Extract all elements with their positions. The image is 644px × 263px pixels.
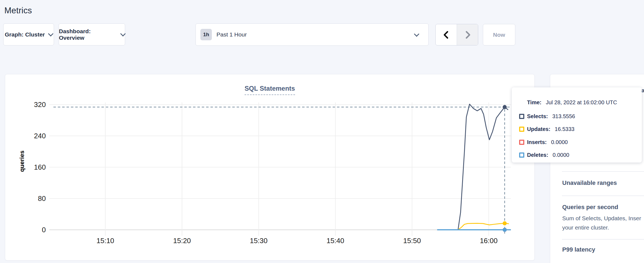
chart-hover-tooltip: Time: Jul 28, 2022 at 16:02:00 UTC Selec… [512,87,642,163]
page-title: Metrics [4,6,32,16]
sql-statements-card: SQL Statements [5,74,535,261]
tooltip-time-label: Time: [527,99,541,106]
tooltip-row-inserts: Inserts: 0.0000 [519,139,568,145]
sidebar-item-p99-latency[interactable]: P99 latency [562,246,644,253]
tooltip-updates-value: 16.5333 [555,126,574,132]
updates-swatch-icon [519,127,524,132]
now-button-label: Now [493,32,505,38]
chart-title[interactable]: SQL Statements [245,85,295,95]
chevron-down-icon [48,31,53,36]
tooltip-selects-value: 313.5556 [552,113,575,120]
graph-dropdown[interactable]: Graph: Cluster [3,23,54,45]
tooltip-selects-label: Selects: [527,113,548,120]
tooltip-deletes-label: Deletes: [527,152,548,158]
time-back-button[interactable] [436,24,457,45]
time-range-badge: 1h [200,29,212,40]
deletes-swatch-icon [519,152,524,158]
divider [562,195,644,196]
divider [562,239,644,240]
tooltip-inserts-value: 0.0000 [551,139,568,145]
queries-per-second-description-line2: your entire cluster. [562,223,644,232]
chevron-right-icon [463,30,472,40]
chevron-down-icon [414,31,419,37]
tooltip-time-row: Time: Jul 28, 2022 at 16:02:00 UTC [527,99,617,106]
divider [562,171,644,172]
tooltip-time-value: Jul 28, 2022 at 16:02:00 UTC [546,99,617,106]
chevron-down-icon [120,31,126,36]
time-range-dropdown[interactable]: 1h Past 1 Hour [195,23,429,46]
queries-per-second-description-line1: Sum of Selects, Updates, Inser [562,214,644,223]
tooltip-deletes-value: 0.0000 [553,152,569,158]
inserts-swatch-icon [519,140,524,145]
tooltip-inserts-label: Inserts: [527,139,547,145]
time-pager [435,24,478,45]
chart-title-wrap: SQL Statements [5,85,534,95]
tooltip-updates-label: Updates: [527,126,550,132]
graph-dropdown-label: Graph: Cluster [5,31,45,38]
dashboard-dropdown-label: Dashboard: Overview [59,28,117,41]
chevron-left-icon [442,30,451,40]
tooltip-row-deletes: Deletes: 0.0000 [519,152,569,158]
sidebar-item-unavailable-ranges[interactable]: Unavailable ranges [562,179,644,186]
selects-swatch-icon [519,114,524,119]
tooltip-row-updates: Updates: 16.5333 [519,126,574,132]
time-forward-button[interactable] [457,24,478,45]
tooltip-row-selects: Selects: 313.5556 [519,113,575,120]
sidebar-item-queries-per-second[interactable]: Queries per second [562,204,644,211]
time-range-label: Past 1 Hour [216,31,247,38]
now-button[interactable]: Now [483,24,515,45]
dashboard-dropdown[interactable]: Dashboard: Overview [59,23,125,45]
